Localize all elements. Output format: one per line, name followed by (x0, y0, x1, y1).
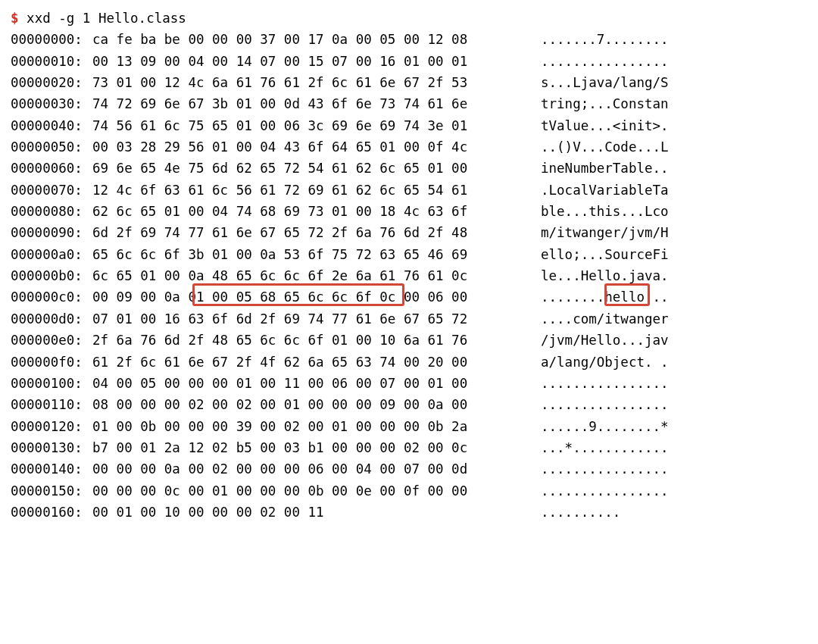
hex-bytes: 6d 2f 69 74 77 61 6e 67 65 72 2f 6a 76 6… (92, 222, 510, 243)
hexdump-row: 000000f0:61 2f 6c 61 6e 67 2f 4f 62 6a 6… (11, 352, 807, 373)
hex-bytes: ca fe ba be 00 00 00 37 00 17 0a 00 05 0… (92, 29, 510, 50)
offset: 000000a0: (11, 244, 92, 265)
ascii-column: le...Hello.java. (541, 265, 669, 286)
ascii-column: tring;...Constan (541, 93, 669, 114)
hexdump-row: 00000010:00 13 09 00 04 00 14 07 00 15 0… (11, 51, 807, 72)
hexdump-row: 00000140:00 00 00 0a 00 02 00 00 00 06 0… (11, 458, 807, 480)
ascii-column: .......... (541, 502, 620, 523)
hexdump-row: 00000040:74 56 61 6c 75 65 01 00 06 3c 6… (11, 115, 807, 136)
offset: 00000020: (11, 72, 92, 93)
offset: 00000110: (11, 394, 92, 415)
ascii-column: tValue...<init>. (541, 115, 669, 136)
hexdump-row: 000000e0:2f 6a 76 6d 2f 48 65 6c 6c 6f 0… (11, 330, 807, 351)
ascii-column: ........hello... (541, 286, 669, 308)
hexdump-row: 00000000:ca fe ba be 00 00 00 37 00 17 0… (11, 29, 807, 50)
offset: 00000050: (11, 136, 92, 158)
offset: 00000100: (11, 373, 92, 394)
ascii-column: ................ (541, 51, 669, 72)
offset: 00000080: (11, 201, 92, 222)
ascii-column: ................ (541, 458, 669, 480)
ascii-column: ...*............ (541, 437, 669, 458)
hexdump-row: 00000070:12 4c 6f 63 61 6c 56 61 72 69 6… (11, 180, 807, 201)
ascii-column: /jvm/Hello...jav (541, 330, 669, 351)
hex-bytes: 73 01 00 12 4c 6a 61 76 61 2f 6c 61 6e 6… (92, 72, 510, 93)
hexdump-row: 00000050:00 03 28 29 56 01 00 04 43 6f 6… (11, 136, 807, 158)
hexdump-row: 00000160:00 01 00 10 00 00 00 02 00 11..… (11, 502, 807, 523)
offset: 000000e0: (11, 330, 92, 351)
ascii-column: ..()V...Code...L (541, 136, 669, 158)
hexdump-row: 00000060:69 6e 65 4e 75 6d 62 65 72 54 6… (11, 158, 807, 179)
offset: 00000060: (11, 158, 92, 179)
hex-bytes: 00 00 00 0c 00 01 00 00 00 0b 00 0e 00 0… (92, 480, 510, 502)
offset: 00000070: (11, 180, 92, 201)
hexdump-row: 000000c0:00 09 00 0a 01 00 05 68 65 6c 6… (11, 286, 807, 308)
hex-bytes: 04 00 05 00 00 00 01 00 11 00 06 00 07 0… (92, 373, 510, 394)
ascii-column: ......9........* (541, 416, 669, 437)
ascii-column: .......7........ (541, 29, 669, 50)
hexdump-row: 00000120:01 00 0b 00 00 00 39 00 02 00 0… (11, 416, 807, 437)
hex-bytes: 74 72 69 6e 67 3b 01 00 0d 43 6f 6e 73 7… (92, 93, 510, 114)
hex-bytes: 12 4c 6f 63 61 6c 56 61 72 69 61 62 6c 6… (92, 180, 510, 201)
command-text: xxd -g 1 Hello.class (27, 11, 186, 26)
hexdump-row: 00000150:00 00 00 0c 00 01 00 00 00 0b 0… (11, 480, 807, 502)
offset: 00000090: (11, 222, 92, 243)
hex-bytes: 2f 6a 76 6d 2f 48 65 6c 6c 6f 01 00 10 6… (92, 330, 510, 351)
hex-bytes: 74 56 61 6c 75 65 01 00 06 3c 69 6e 69 7… (92, 115, 510, 136)
hexdump-row: 000000a0:65 6c 6c 6f 3b 01 00 0a 53 6f 7… (11, 244, 807, 265)
shell-prompt: $ (11, 11, 19, 26)
hex-bytes: 07 01 00 16 63 6f 6d 2f 69 74 77 61 6e 6… (92, 308, 510, 330)
offset: 00000130: (11, 437, 92, 458)
highlight-ascii (604, 283, 650, 306)
offset: 00000140: (11, 458, 92, 480)
hexdump-output: 00000000:ca fe ba be 00 00 00 37 00 17 0… (11, 29, 807, 523)
offset: 00000030: (11, 93, 92, 114)
hex-bytes: 00 00 00 0a 00 02 00 00 00 06 00 04 00 0… (92, 458, 510, 480)
offset: 000000b0: (11, 265, 92, 286)
hex-bytes: 00 01 00 10 00 00 00 02 00 11 (92, 502, 510, 523)
hex-bytes: 6c 65 01 00 0a 48 65 6c 6c 6f 2e 6a 61 7… (92, 265, 510, 286)
hexdump-row: 00000090:6d 2f 69 74 77 61 6e 67 65 72 2… (11, 222, 807, 243)
ascii-column: ineNumberTable.. (541, 158, 669, 179)
command-line: $ xxd -g 1 Hello.class (11, 8, 807, 29)
offset: 00000120: (11, 416, 92, 437)
offset: 00000150: (11, 480, 92, 502)
hex-bytes: 61 2f 6c 61 6e 67 2f 4f 62 6a 65 63 74 0… (92, 352, 510, 373)
ascii-column: .LocalVariableTa (541, 180, 669, 201)
hex-bytes: 62 6c 65 01 00 04 74 68 69 73 01 00 18 4… (92, 201, 510, 222)
hex-bytes: 00 09 00 0a 01 00 05 68 65 6c 6c 6f 0c 0… (92, 286, 510, 308)
hexdump-row: 000000d0:07 01 00 16 63 6f 6d 2f 69 74 7… (11, 308, 807, 330)
hexdump-row: 00000110:08 00 00 00 02 00 02 00 01 00 0… (11, 394, 807, 415)
ascii-column: s...Ljava/lang/S (541, 72, 669, 93)
offset: 00000160: (11, 502, 92, 523)
ascii-column: ................ (541, 394, 669, 415)
ascii-column: ello;...SourceFi (541, 244, 669, 265)
hexdump-row: 00000020:73 01 00 12 4c 6a 61 76 61 2f 6… (11, 72, 807, 93)
hex-bytes: 01 00 0b 00 00 00 39 00 02 00 01 00 00 0… (92, 416, 510, 437)
offset: 000000f0: (11, 352, 92, 373)
hex-bytes: 08 00 00 00 02 00 02 00 01 00 00 00 09 0… (92, 394, 510, 415)
ascii-column: ble...this...Lco (541, 201, 669, 222)
ascii-column: ................ (541, 373, 669, 394)
ascii-column: ....com/itwanger (541, 308, 669, 330)
hexdump-row: 00000100:04 00 05 00 00 00 01 00 11 00 0… (11, 373, 807, 394)
hex-bytes: 69 6e 65 4e 75 6d 62 65 72 54 61 62 6c 6… (92, 158, 510, 179)
hex-bytes: b7 00 01 2a 12 02 b5 00 03 b1 00 00 00 0… (92, 437, 510, 458)
hexdump-row: 00000080:62 6c 65 01 00 04 74 68 69 73 0… (11, 201, 807, 222)
hexdump-row: 00000130:b7 00 01 2a 12 02 b5 00 03 b1 0… (11, 437, 807, 458)
ascii-column: m/itwanger/jvm/H (541, 222, 669, 243)
hex-bytes: 65 6c 6c 6f 3b 01 00 0a 53 6f 75 72 63 6… (92, 244, 510, 265)
hex-bytes: 00 13 09 00 04 00 14 07 00 15 07 00 16 0… (92, 51, 510, 72)
ascii-column: ................ (541, 480, 669, 502)
ascii-column: a/lang/Object. . (541, 352, 669, 373)
hex-bytes: 00 03 28 29 56 01 00 04 43 6f 64 65 01 0… (92, 136, 510, 158)
highlight-hex (192, 283, 404, 306)
offset: 000000d0: (11, 308, 92, 330)
offset: 00000040: (11, 115, 92, 136)
offset: 000000c0: (11, 286, 92, 308)
offset: 00000000: (11, 29, 92, 50)
offset: 00000010: (11, 51, 92, 72)
hexdump-row: 000000b0:6c 65 01 00 0a 48 65 6c 6c 6f 2… (11, 265, 807, 286)
hexdump-row: 00000030:74 72 69 6e 67 3b 01 00 0d 43 6… (11, 93, 807, 114)
